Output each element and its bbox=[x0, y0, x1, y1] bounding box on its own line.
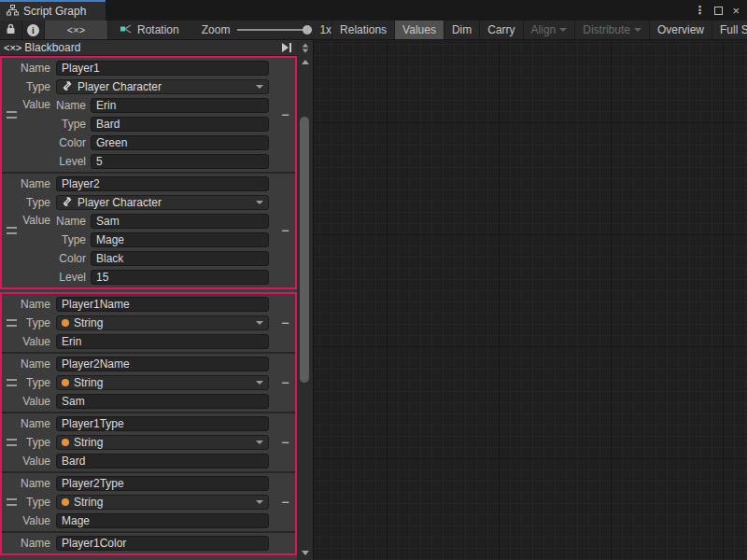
drag-handle[interactable] bbox=[7, 379, 17, 386]
variable-type-dropdown[interactable]: String bbox=[56, 495, 269, 510]
spinner-down-icon bbox=[302, 49, 307, 53]
distribute-dropdown[interactable]: Distribute bbox=[574, 21, 649, 39]
type-label: Type bbox=[56, 118, 91, 131]
variable-value-field[interactable]: Erin bbox=[56, 334, 269, 349]
fullscreen-button[interactable]: Full Screen bbox=[712, 21, 747, 39]
overview-button[interactable]: Overview bbox=[649, 21, 712, 39]
variable-name-field[interactable]: Player2 bbox=[56, 176, 269, 191]
value-name-field[interactable]: Sam bbox=[91, 214, 269, 229]
drag-handle[interactable] bbox=[7, 319, 17, 327]
rotation-control[interactable]: Rotation bbox=[108, 21, 189, 39]
variable-player2: − Name Player2 Type Player Cha bbox=[2, 174, 295, 287]
dim-button[interactable]: Dim bbox=[444, 21, 479, 39]
value-color-field[interactable]: Black bbox=[91, 251, 269, 266]
value-name-field[interactable]: Erin bbox=[91, 98, 269, 113]
variable-value-field[interactable]: Mage bbox=[56, 513, 269, 528]
variable-name-field[interactable]: Player1Color bbox=[56, 536, 269, 551]
script-graph-window: Script Graph ⋮ × i <×> bbox=[0, 0, 747, 560]
remove-variable-button[interactable]: − bbox=[281, 110, 289, 119]
blackboard-header: <×> Blackboard bbox=[0, 40, 297, 56]
highlight-rect-character-variables: − Name Player1 Type Player Cha bbox=[0, 56, 297, 289]
chevron-down-icon bbox=[634, 28, 641, 32]
blackboard-scrollbar bbox=[297, 40, 313, 560]
scrollbar-thumb[interactable] bbox=[300, 117, 309, 383]
maximize-icon[interactable] bbox=[714, 7, 723, 15]
blackboard-panel: <×> Blackboard − Name Player1 Type bbox=[0, 40, 297, 560]
zoom-slider-handle[interactable] bbox=[303, 25, 312, 35]
string-type-icon bbox=[62, 319, 69, 327]
scroll-down-button[interactable] bbox=[297, 551, 313, 555]
tab-bar: Script Graph ⋮ × bbox=[0, 0, 747, 21]
value-label: Value bbox=[2, 214, 56, 227]
arrow-up-icon bbox=[302, 60, 309, 64]
drag-handle[interactable] bbox=[7, 227, 17, 234]
string-type-icon bbox=[62, 439, 69, 446]
variable-name-field[interactable]: Player2Name bbox=[56, 357, 269, 371]
chevron-down-icon bbox=[256, 85, 263, 89]
value-level-field[interactable]: 15 bbox=[91, 270, 269, 285]
tab-label: Script Graph bbox=[23, 5, 86, 18]
collapse-panel-icon[interactable] bbox=[282, 43, 291, 52]
chevron-down-icon bbox=[256, 201, 263, 204]
variable-type-dropdown[interactable]: Player Character bbox=[56, 79, 269, 94]
variable-player1name: − Name Player1Name Type String Value Eri… bbox=[2, 294, 295, 352]
value-color-field[interactable]: Green bbox=[91, 135, 269, 150]
align-dropdown[interactable]: Align bbox=[523, 21, 575, 39]
variable-value-field[interactable]: Bard bbox=[56, 454, 269, 469]
close-icon[interactable]: × bbox=[732, 4, 740, 18]
value-label: Value bbox=[2, 395, 56, 408]
blackboard-toggle-button[interactable]: <×> bbox=[45, 21, 108, 39]
player-character-icon bbox=[62, 196, 73, 210]
toolbar-left-group: i <×> Rotation Zoom 1x bbox=[0, 21, 331, 39]
relations-button[interactable]: Relations bbox=[331, 21, 394, 39]
tab-script-graph[interactable]: Script Graph bbox=[0, 0, 106, 21]
zoom-label: Zoom bbox=[202, 23, 231, 36]
level-label: Level bbox=[56, 271, 91, 284]
value-level-field[interactable]: 5 bbox=[91, 154, 269, 169]
variable-name-field[interactable]: Player1Type bbox=[56, 416, 269, 431]
variable-type-dropdown[interactable]: String bbox=[56, 375, 269, 390]
chevron-down-icon bbox=[256, 321, 263, 325]
drag-handle[interactable] bbox=[7, 498, 17, 506]
remove-variable-button[interactable]: − bbox=[281, 226, 289, 235]
value-type-field[interactable]: Bard bbox=[91, 117, 269, 132]
variable-player1: − Name Player1 Type Player Cha bbox=[2, 58, 295, 172]
string-type-icon bbox=[62, 498, 69, 506]
string-type-icon bbox=[62, 379, 69, 386]
variable-name-field[interactable]: Player2Type bbox=[56, 476, 269, 491]
carry-button[interactable]: Carry bbox=[479, 21, 522, 39]
variable-type-dropdown[interactable]: String bbox=[56, 435, 269, 450]
zoom-control: Zoom 1x bbox=[189, 21, 331, 39]
zoom-slider[interactable] bbox=[237, 29, 312, 31]
scroll-up-button[interactable] bbox=[297, 60, 313, 64]
type-label: Type bbox=[56, 233, 91, 246]
variable-type-dropdown[interactable]: String bbox=[56, 315, 269, 330]
lock-button[interactable] bbox=[0, 21, 22, 39]
chevron-down-icon bbox=[256, 441, 263, 444]
remove-variable-button[interactable]: − bbox=[281, 378, 289, 387]
drag-handle[interactable] bbox=[7, 111, 17, 119]
variable-player2name: − Name Player2Name Type String Value Sam bbox=[2, 354, 295, 412]
chevron-down-icon bbox=[559, 28, 567, 32]
inspect-button[interactable]: i bbox=[22, 21, 45, 39]
scroll-spinner[interactable] bbox=[297, 42, 313, 54]
graph-canvas[interactable] bbox=[313, 40, 747, 560]
variable-type-dropdown[interactable]: Player Character bbox=[56, 195, 269, 210]
name-label: Name bbox=[56, 215, 91, 228]
variable-name-field[interactable]: Player1Name bbox=[56, 297, 269, 312]
remove-variable-button[interactable]: − bbox=[281, 318, 289, 328]
info-icon: i bbox=[27, 24, 39, 36]
variables-icon: <×> bbox=[4, 42, 21, 53]
values-button[interactable]: Values bbox=[394, 21, 444, 39]
remove-variable-button[interactable]: − bbox=[281, 497, 289, 507]
variable-value-field[interactable]: Sam bbox=[56, 394, 269, 409]
name-label: Name bbox=[2, 537, 56, 550]
lock-icon bbox=[6, 23, 16, 37]
drag-handle[interactable] bbox=[7, 439, 17, 446]
variable-name-field[interactable]: Player1 bbox=[56, 61, 269, 76]
value-label: Value bbox=[2, 335, 56, 348]
remove-variable-button[interactable]: − bbox=[281, 438, 289, 447]
value-type-field[interactable]: Mage bbox=[91, 232, 269, 247]
rotation-label: Rotation bbox=[137, 23, 179, 36]
window-menu-icon[interactable]: ⋮ bbox=[694, 4, 705, 17]
